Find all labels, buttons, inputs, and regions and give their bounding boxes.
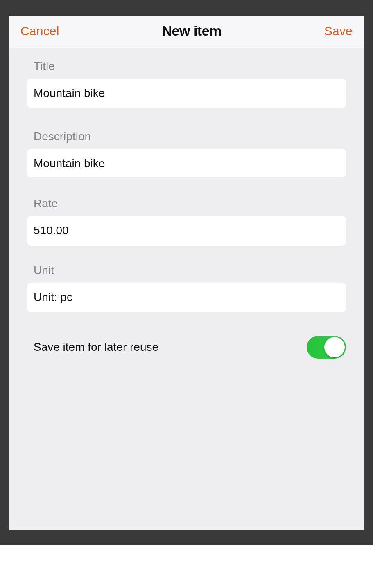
field-title: Title (27, 60, 346, 108)
form-body: Title Description Mountain bike Rate Uni… (9, 48, 364, 530)
save-for-reuse-label: Save item for later reuse (34, 341, 158, 354)
toggle-knob (324, 337, 345, 357)
save-for-reuse-toggle[interactable] (307, 336, 346, 359)
field-unit: Unit (27, 264, 346, 312)
modal-title: New item (162, 23, 222, 39)
title-input[interactable] (27, 79, 346, 108)
title-label: Title (27, 60, 346, 73)
unit-label: Unit (27, 264, 346, 277)
phone-screen: Cancel New item Save Title Description M… (9, 16, 364, 530)
modal-header: Cancel New item Save (9, 16, 364, 48)
outer-frame: Cancel New item Save Title Description M… (0, 0, 373, 545)
save-for-reuse-row: Save item for later reuse (27, 336, 346, 359)
unit-input[interactable] (27, 283, 346, 312)
field-rate: Rate (27, 197, 346, 245)
description-input[interactable]: Mountain bike (27, 149, 346, 177)
cancel-button[interactable]: Cancel (20, 24, 59, 38)
rate-label: Rate (27, 197, 346, 210)
field-description: Description Mountain bike (27, 130, 346, 179)
rate-input[interactable] (27, 216, 346, 245)
save-button[interactable]: Save (324, 24, 353, 38)
description-label: Description (27, 130, 346, 143)
